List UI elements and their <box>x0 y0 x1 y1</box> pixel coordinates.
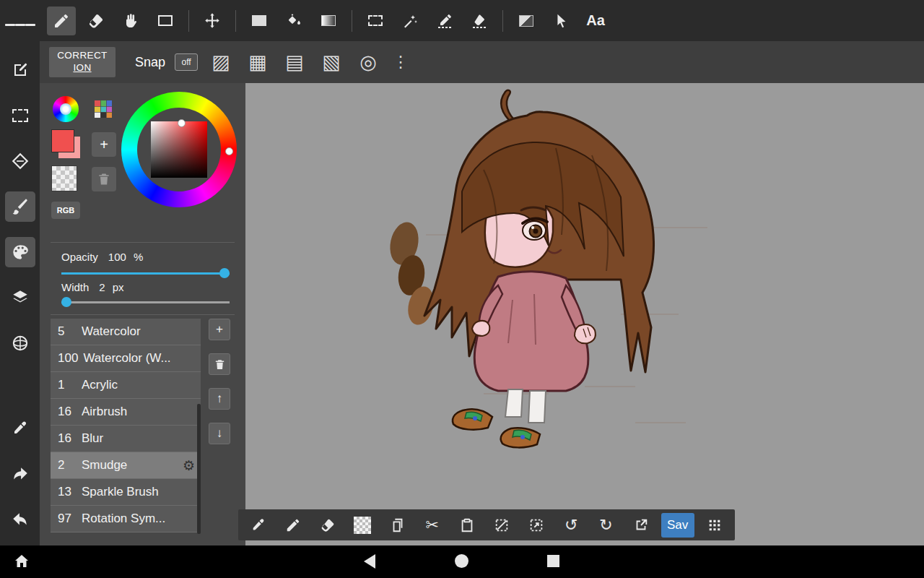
material-panel-button[interactable] <box>5 328 35 358</box>
hand-tool[interactable] <box>116 7 145 35</box>
menu-button[interactable] <box>5 9 35 40</box>
snap-off-button[interactable]: off <box>175 53 198 71</box>
foreground-swatch[interactable] <box>51 129 83 161</box>
redo-button[interactable] <box>5 459 35 489</box>
cut-button[interactable]: ✂ <box>418 511 447 540</box>
rect-outline-icon <box>158 15 173 26</box>
gradient-icon <box>321 15 336 26</box>
brush-down-button[interactable]: ↓ <box>209 423 230 444</box>
paste-button[interactable] <box>453 511 481 540</box>
gradient-tool[interactable] <box>314 7 343 35</box>
snap-grid-icon: ▦ <box>248 51 267 74</box>
launcher-home-icon[interactable] <box>13 553 30 570</box>
deselect-button[interactable] <box>487 511 516 540</box>
brush-item[interactable]: 13Sparkle Brush <box>51 479 201 506</box>
foreground-color-chip <box>51 129 74 152</box>
sv-square[interactable] <box>151 121 207 178</box>
eraser-button[interactable] <box>313 511 342 540</box>
nav-recents-button[interactable] <box>547 555 559 567</box>
brush-item[interactable]: 100Watercolor (W... <box>51 345 201 372</box>
transform-move-tool[interactable] <box>198 7 227 35</box>
apps-grid-button[interactable] <box>700 511 729 540</box>
brush-item-selected[interactable]: 2Smudge⚙ <box>51 452 201 479</box>
add-brush-button[interactable]: + <box>209 319 230 340</box>
brush-item[interactable]: 16Airbrush <box>51 399 201 426</box>
magic-wand-tool[interactable] <box>396 7 424 35</box>
copy-button[interactable] <box>383 511 412 540</box>
transparent-color-button[interactable] <box>348 511 377 540</box>
text-tool[interactable]: Aa <box>581 7 610 35</box>
brush-size: 100 <box>58 351 78 366</box>
slider-knob[interactable] <box>219 268 230 278</box>
drawing-canvas[interactable] <box>245 83 924 545</box>
pencil-tool[interactable] <box>47 7 76 35</box>
correction-button[interactable]: CORRECT ION <box>49 47 116 77</box>
snap-circle-button[interactable]: ◎ <box>354 48 382 77</box>
palette-grid-toggle[interactable] <box>92 98 115 121</box>
brush-panel-button[interactable] <box>5 191 35 222</box>
opacity-value: 100 <box>108 251 126 263</box>
bucket-tool[interactable] <box>279 7 308 35</box>
correction-bar: CORRECT ION Snap off ▨ ▦ ▤ ▧ ◎ ⋮ <box>40 41 924 83</box>
rotate-right-button[interactable]: ↻ <box>591 511 620 540</box>
hue-wheel[interactable] <box>121 92 237 207</box>
add-color-button[interactable]: + <box>92 132 116 157</box>
transparent-color-swatch[interactable] <box>51 165 77 191</box>
width-unit: px <box>113 281 124 293</box>
opacity-slider[interactable] <box>61 268 230 278</box>
save-button[interactable]: Sav <box>661 513 694 538</box>
hue-cursor[interactable] <box>225 147 233 155</box>
color-wheel-toggle[interactable] <box>53 96 79 122</box>
panel-divide-tool[interactable] <box>512 7 541 35</box>
snap-vanish-icon: ▧ <box>322 51 341 74</box>
delete-brush-button[interactable] <box>209 353 230 375</box>
snap-vanish-button[interactable]: ▧ <box>318 48 345 77</box>
snap-horizontal-button[interactable]: ▤ <box>281 48 308 77</box>
brush-size: 13 <box>58 485 77 499</box>
transform-button[interactable] <box>5 146 35 176</box>
overflow-menu-button[interactable]: ⋮ <box>391 53 410 72</box>
eyedropper-button[interactable] <box>5 413 35 444</box>
brush-item[interactable]: 5Watercolor <box>51 319 201 345</box>
export-button[interactable] <box>627 511 655 540</box>
slider-knob[interactable] <box>61 297 71 307</box>
select-pen-tool[interactable] <box>430 7 459 35</box>
nav-back-button[interactable] <box>364 554 375 569</box>
width-slider[interactable] <box>61 297 230 307</box>
select-button[interactable] <box>5 100 35 131</box>
layers-panel-button[interactable] <box>5 282 35 313</box>
divider <box>188 10 189 32</box>
select-rect-tool[interactable] <box>361 7 390 35</box>
operation-pointer-tool[interactable] <box>546 7 575 35</box>
plus-icon: + <box>100 137 108 153</box>
snap-parallel-button[interactable]: ▨ <box>207 48 235 77</box>
brush-item[interactable]: 1Acrylic <box>51 372 201 399</box>
brush-settings-gear-icon[interactable]: ⚙ <box>183 457 195 474</box>
divider <box>352 10 352 32</box>
fill-rect-tool[interactable] <box>245 7 274 35</box>
eraser-tool[interactable] <box>82 7 110 35</box>
pen-button[interactable] <box>279 511 308 540</box>
correction-label-line2: ION <box>73 62 91 74</box>
eyedropper-button[interactable] <box>244 511 273 540</box>
filled-rect-icon <box>252 15 266 26</box>
brush-scrollbar[interactable] <box>197 404 201 534</box>
nav-home-button[interactable] <box>455 554 468 568</box>
brush-name: Blur <box>82 431 195 446</box>
rgb-button[interactable]: RGB <box>51 202 80 219</box>
select-export-button[interactable] <box>522 511 551 540</box>
undo-button[interactable] <box>5 504 35 535</box>
color-panel-button[interactable] <box>5 237 35 267</box>
sv-cursor[interactable] <box>178 119 186 127</box>
select-eraser-tool[interactable] <box>465 7 494 35</box>
snap-grid-button[interactable]: ▦ <box>244 48 271 77</box>
edit-canvas-button[interactable] <box>5 55 35 85</box>
shape-rect-tool[interactable] <box>151 7 180 35</box>
brush-item[interactable]: 16Blur <box>51 426 201 452</box>
delete-color-button[interactable] <box>92 167 116 191</box>
brush-up-button[interactable]: ↑ <box>209 388 230 410</box>
brush-item[interactable]: 97Rotation Sym... <box>51 506 201 532</box>
half-square-icon <box>519 15 533 27</box>
rotate-left-button[interactable]: ↺ <box>557 511 585 540</box>
divider <box>235 10 236 32</box>
